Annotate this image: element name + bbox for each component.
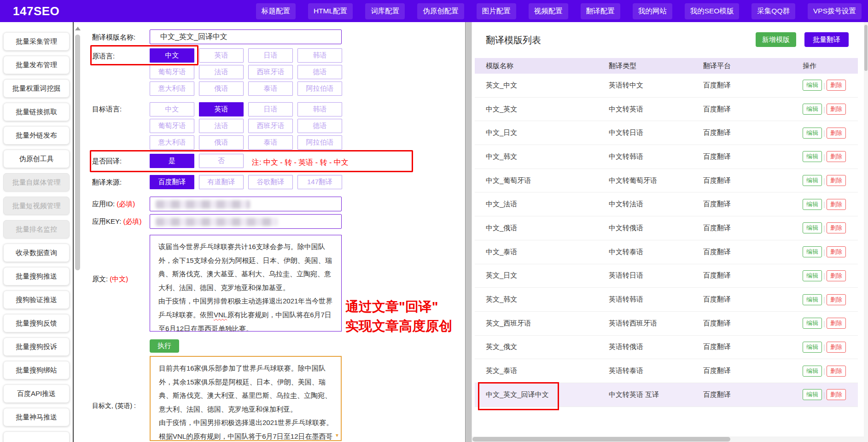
option-button[interactable]: 英语 [199,48,244,63]
form-scrollbar-thumb[interactable] [75,35,80,270]
edit-button[interactable]: 编辑 [803,342,822,353]
sidebar-item[interactable]: 批量搜狗反馈 [3,314,70,332]
option-button[interactable]: 日语 [248,48,293,63]
batch-translate-button[interactable]: 批量翻译 [804,32,849,47]
nav-item-7[interactable]: 翻译配置 [581,3,620,19]
option-button[interactable]: 俄语 [199,135,244,150]
edit-button[interactable]: 编辑 [803,128,822,139]
edit-button[interactable]: 编辑 [803,318,822,329]
edit-button[interactable]: 编辑 [803,175,822,186]
delete-button[interactable]: 删除 [827,318,846,329]
sidebar-item[interactable]: 批量链接抓取 [3,103,70,121]
delete-button[interactable]: 删除 [827,199,846,210]
sidebar-item[interactable]: 百度API推送 [3,384,70,403]
option-button[interactable]: 德语 [297,119,342,133]
nav-item-2[interactable]: HTML配置 [308,3,353,19]
delete-button[interactable]: 删除 [827,342,846,353]
delete-button[interactable]: 删除 [827,222,846,233]
nav-item-11[interactable]: VPS拨号设置 [808,3,862,19]
option-button[interactable]: 泰语 [248,135,293,150]
option-button[interactable]: 西班牙语 [248,65,293,79]
option-button[interactable]: 意大利语 [150,135,194,150]
option-button[interactable]: 葡萄牙语 [150,65,194,79]
scroll-down-icon[interactable]: ▼ [335,433,339,438]
sidebar-item[interactable]: 批量权重词挖掘 [3,79,70,98]
option-button[interactable]: 中文 [150,48,194,63]
option-button[interactable]: 有道翻译 [199,175,244,189]
option-button[interactable]: 147翻译 [297,175,342,189]
option-button[interactable]: 泰语 [248,81,293,96]
delete-button[interactable]: 删除 [827,366,846,377]
original-textarea[interactable]: 该届当今世界乒乓球联赛共计16支球会参与。除中国队外，余下15支球会分别为阿根廷… [150,235,342,332]
execute-button[interactable]: 执行 [150,339,179,353]
target-textarea[interactable]: ▼目前共有16家俱乐部参加了世界乒乓球联赛。除中国队外，其余15家俱乐部是阿根廷… [150,356,342,441]
option-button[interactable]: 日语 [248,102,293,116]
option-button[interactable]: 韩语 [297,102,342,116]
option-button[interactable]: 否 [199,154,244,168]
app-key-input[interactable] [150,214,342,229]
scroll-up-icon[interactable] [75,27,81,30]
option-button[interactable]: 韩语 [297,48,342,63]
option-button[interactable]: 意大利语 [150,81,194,96]
nav-item-9[interactable]: 我的SEO模版 [685,3,740,19]
option-button[interactable]: 是 [150,154,194,168]
delete-button[interactable]: 删除 [827,270,846,281]
option-button[interactable]: 谷歌翻译 [248,175,293,189]
panel-divider-scrollbar[interactable] [465,22,472,442]
sidebar-item[interactable]: 批量神马推送 [3,408,70,426]
right-scrollbar-thumb[interactable] [864,25,868,71]
option-button[interactable]: 百度翻译 [150,175,194,189]
edit-button[interactable]: 编辑 [803,246,822,257]
sidebar-item[interactable]: 伪原创工具 [3,150,70,168]
option-button[interactable]: 俄语 [199,81,244,96]
app-id-input[interactable] [150,197,342,211]
bottom-scrollbar-thumb[interactable] [472,437,730,442]
right-scrollbar-track[interactable] [864,22,868,442]
edit-button[interactable]: 编辑 [803,270,822,281]
delete-button[interactable]: 删除 [827,175,846,186]
option-button[interactable]: 阿拉伯语 [297,135,342,150]
sidebar-item[interactable]: 批量搜狗推送 [3,267,70,285]
sidebar-item[interactable]: 批量搜狗投诉 [3,337,70,356]
option-button[interactable]: 中文 [150,102,194,116]
template-name-input[interactable]: 中文_英文_回译中文 [150,29,342,44]
edit-button[interactable]: 编辑 [803,366,822,377]
nav-item-6[interactable]: 视频配置 [529,3,568,19]
sidebar-item-partial[interactable] [3,431,70,442]
sidebar-item[interactable]: 批量自媒体管理 [3,173,70,192]
sidebar-item[interactable]: 批量发布管理 [3,56,70,74]
nav-item-5[interactable]: 图片配置 [477,3,516,19]
sidebar-item[interactable]: 批量短视频管理 [3,197,70,215]
sidebar-item[interactable]: 批量搜狗绑站 [3,361,70,379]
nav-item-3[interactable]: 词库配置 [365,3,405,19]
sidebar-item[interactable]: 批量排名监控 [3,220,70,238]
option-button[interactable]: 英语 [199,102,244,116]
delete-button[interactable]: 删除 [827,246,846,257]
sidebar-item[interactable]: 搜狗验证推送 [3,291,70,309]
delete-button[interactable]: 删除 [827,389,846,400]
sidebar-item[interactable]: 批量外链发布 [3,126,70,145]
delete-button[interactable]: 删除 [827,104,846,115]
edit-button[interactable]: 编辑 [803,199,822,210]
sidebar-item[interactable]: 批量采集管理 [3,32,70,51]
nav-item-10[interactable]: 采集QQ群 [751,3,795,19]
delete-button[interactable]: 删除 [827,151,846,162]
nav-item-1[interactable]: 标题配置 [256,3,296,19]
add-template-button[interactable]: 新增模版 [756,32,796,47]
edit-button[interactable]: 编辑 [803,294,822,305]
option-button[interactable]: 法语 [199,65,244,79]
edit-button[interactable]: 编辑 [803,80,822,91]
edit-button[interactable]: 编辑 [803,104,822,115]
edit-button[interactable]: 编辑 [803,389,822,400]
sidebar-item[interactable]: 收录数据查询 [3,244,70,262]
delete-button[interactable]: 删除 [827,294,846,305]
edit-button[interactable]: 编辑 [803,151,822,162]
nav-item-8[interactable]: 我的网站 [633,3,672,19]
option-button[interactable]: 葡萄牙语 [150,119,194,133]
nav-item-4[interactable]: 伪原创配置 [417,3,464,19]
delete-button[interactable]: 删除 [827,128,846,139]
option-button[interactable]: 西班牙语 [248,119,293,133]
edit-button[interactable]: 编辑 [803,222,822,233]
option-button[interactable]: 法语 [199,119,244,133]
delete-button[interactable]: 删除 [827,80,846,91]
